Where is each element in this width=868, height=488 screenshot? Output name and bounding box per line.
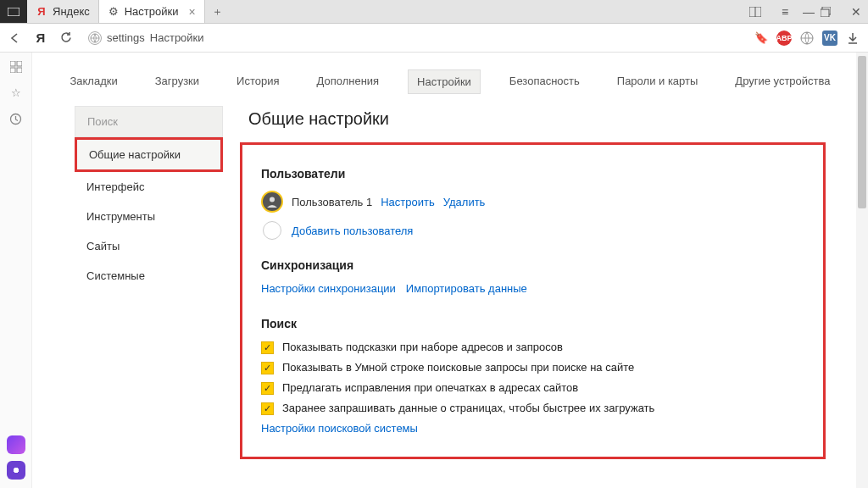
page-title: Общие настройки: [240, 106, 826, 142]
panels-icon[interactable]: [10, 61, 22, 73]
history-rail-icon[interactable]: [9, 113, 22, 125]
add-user-avatar-placeholder: [263, 221, 281, 240]
search-opt-suggestions: Показывать подсказки при наборе адресов …: [282, 341, 563, 353]
user-delete-link[interactable]: Удалить: [443, 196, 486, 208]
menu-icon[interactable]: ≡: [773, 5, 797, 19]
svg-rect-9: [10, 68, 15, 73]
minimize-icon[interactable]: —: [797, 5, 821, 19]
sidebar-item-tools[interactable]: Инструменты: [75, 202, 223, 231]
add-user-link[interactable]: Добавить пользователя: [292, 225, 413, 237]
sidebar-item-system[interactable]: Системные: [75, 261, 223, 291]
maximize-icon[interactable]: [821, 7, 844, 17]
browser-tab-yandex[interactable]: Я Яндекс: [27, 0, 99, 23]
nav-addons[interactable]: Дополнения: [308, 69, 387, 94]
search-engine-settings-link[interactable]: Настройки поисковой системы: [261, 422, 418, 435]
star-icon[interactable]: ☆: [11, 86, 21, 99]
user-configure-link[interactable]: Настроить: [381, 196, 435, 208]
checkbox-icon[interactable]: ✓: [261, 402, 274, 415]
svg-rect-10: [17, 68, 22, 73]
nav-passwords[interactable]: Пароли и карты: [609, 69, 707, 94]
checkbox-icon[interactable]: ✓: [261, 341, 274, 354]
svg-rect-8: [17, 61, 22, 66]
close-tab-icon[interactable]: ×: [188, 5, 195, 19]
sync-settings-link[interactable]: Настройки синхронизации: [261, 282, 396, 295]
svg-rect-7: [10, 61, 15, 66]
nav-bookmarks[interactable]: Закладки: [61, 69, 125, 94]
address-bar[interactable]: settings Настройки: [83, 29, 744, 47]
nav-history[interactable]: История: [228, 69, 287, 94]
sidebar-item-interface[interactable]: Интерфейс: [75, 172, 223, 202]
abp-extension-icon[interactable]: ABP: [776, 30, 792, 46]
sidebar-item-general[interactable]: Общие настройки: [75, 137, 223, 172]
address-prefix: settings: [107, 31, 145, 44]
search-opt-smartbar: Показывать в Умной строке поисковые запр…: [282, 361, 634, 374]
nav-security[interactable]: Безопасность: [501, 69, 588, 94]
rail-app-alice[interactable]: [7, 461, 25, 480]
tab-label: Настройки: [125, 5, 179, 18]
svg-point-12: [270, 197, 275, 202]
nav-settings[interactable]: Настройки: [408, 69, 481, 94]
nav-devices[interactable]: Другие устройства: [726, 69, 838, 94]
reload-icon[interactable]: [58, 31, 75, 44]
sidebar-search[interactable]: Поиск: [75, 106, 223, 137]
search-opt-typo: Предлагать исправления при опечатках в а…: [282, 381, 578, 394]
settings-sidebar: Поиск Общие настройки Интерфейс Инструме…: [75, 106, 223, 459]
user-name: Пользователь 1: [292, 196, 372, 208]
downloads-icon[interactable]: [844, 32, 861, 44]
gear-icon: ⚙: [108, 6, 120, 18]
scrollbar-thumb[interactable]: [858, 56, 866, 208]
globe-extension-icon[interactable]: [798, 31, 815, 45]
section-search-heading: Поиск: [261, 317, 804, 330]
svg-rect-0: [8, 8, 19, 16]
vk-extension-icon[interactable]: VK: [822, 30, 837, 46]
new-tab-button[interactable]: ＋: [205, 0, 231, 23]
section-sync-heading: Синхронизация: [261, 258, 804, 272]
browser-tab-settings[interactable]: ⚙ Настройки ×: [99, 0, 205, 23]
globe-icon: [88, 31, 102, 45]
import-data-link[interactable]: Импортировать данные: [406, 282, 527, 295]
svg-rect-4: [821, 9, 829, 17]
settings-top-nav: Закладки Загрузки История Дополнения Нас…: [32, 53, 868, 106]
nav-downloads[interactable]: Загрузки: [147, 69, 208, 94]
bookmark-icon[interactable]: 🔖: [753, 31, 770, 44]
section-users-heading: Пользователи: [261, 167, 804, 180]
tab-label: Яндекс: [53, 5, 90, 18]
window-menu-icon[interactable]: [0, 0, 27, 23]
back-icon[interactable]: [7, 32, 24, 44]
checkbox-icon[interactable]: ✓: [261, 382, 274, 395]
panel-toggle-icon[interactable]: [749, 7, 773, 17]
yandex-favicon-icon: Я: [36, 6, 47, 18]
scrollbar-track[interactable]: [856, 53, 868, 488]
sidebar-item-sites[interactable]: Сайты: [75, 231, 223, 261]
address-text: Настройки: [150, 31, 204, 44]
settings-panel: Пользователи Пользователь 1 Настроить Уд…: [240, 142, 826, 459]
yandex-home-icon[interactable]: Я: [32, 30, 49, 45]
checkbox-icon[interactable]: ✓: [261, 362, 274, 374]
close-window-icon[interactable]: ✕: [844, 5, 868, 19]
search-opt-prefetch: Заранее запрашивать данные о страницах, …: [282, 402, 654, 414]
rail-app-1[interactable]: [7, 435, 25, 454]
user-avatar-icon: [261, 191, 283, 213]
